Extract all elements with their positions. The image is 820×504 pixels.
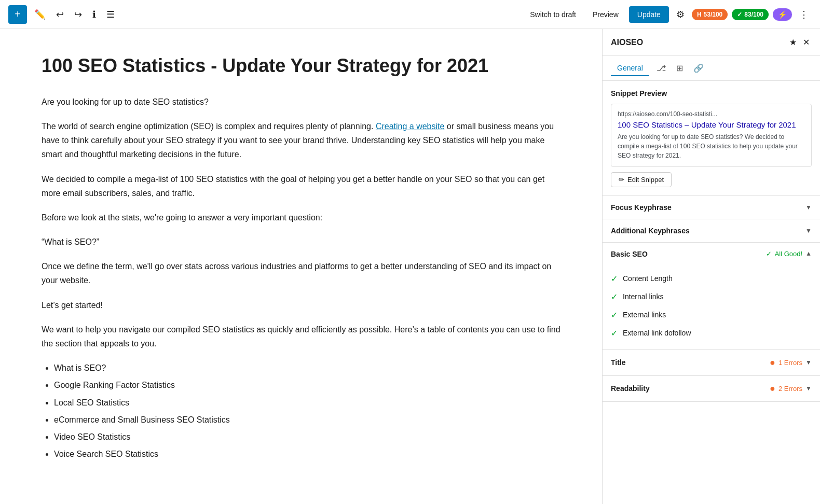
plus-icon: +: [15, 8, 21, 20]
share-icon: ⎇: [657, 63, 666, 73]
chevron-down-icon: ▼: [805, 227, 812, 234]
focus-keyphrase-toggle[interactable]: Focus Keyphrase ▼: [603, 196, 820, 219]
snippet-preview-section: Snippet Preview https://aioseo.com/100-s…: [603, 81, 820, 196]
basic-seo-toggle[interactable]: Basic SEO ✓ All Good! ▼: [603, 243, 820, 265]
seo-item-label: Content Length: [623, 274, 673, 283]
basic-seo-status-group: ✓ All Good! ▼: [766, 250, 812, 258]
readability-score-badge[interactable]: ✓ 83/100: [732, 9, 769, 20]
paragraph-3: We decided to compile a mega-list of 100…: [42, 172, 561, 200]
score-h-letter: H: [697, 11, 702, 18]
list-item: Local SEO Statistics: [54, 396, 561, 410]
info-icon: ℹ: [92, 9, 96, 20]
more-options-button[interactable]: ⋮: [796, 6, 812, 23]
pencil-small-icon: ✏: [619, 176, 624, 184]
check-icon: ✓: [611, 328, 618, 338]
table-of-contents-list: What is SEO? Google Ranking Factor Stati…: [54, 361, 561, 461]
chevron-up-icon: ▼: [805, 250, 812, 258]
main-layout: 100 SEO Statistics - Update Your Strateg…: [0, 29, 820, 504]
checkmark-icon: ✓: [737, 11, 742, 18]
list-icon: ☰: [106, 9, 115, 20]
list-item: Google Ranking Factor Statistics: [54, 378, 561, 392]
basic-seo-items: ✓ Content Length ✓ Internal links ✓ Exte…: [603, 265, 820, 349]
list-item: Voice Search SEO Statistics: [54, 447, 561, 461]
seo-score-badge[interactable]: H 53/100: [692, 9, 728, 20]
toolbar: + ✏️ ↩ ↪ ℹ ☰ Switch to draft Preview Upd…: [0, 0, 820, 29]
update-button[interactable]: Update: [629, 6, 669, 23]
close-icon: ✕: [803, 37, 810, 47]
info-button[interactable]: ℹ: [89, 6, 99, 23]
title-toggle[interactable]: Title ● 1 Errors ▼: [603, 350, 820, 375]
creating-website-link[interactable]: Creating a website: [376, 122, 445, 131]
snippet-description: Are you looking for up to date SEO stati…: [618, 132, 805, 160]
seo-item: ✓ External links: [611, 306, 812, 324]
seo-item-label: External link dofollow: [623, 329, 691, 337]
title-section: Title ● 1 Errors ▼: [603, 350, 820, 376]
post-body: Are you looking for up to date SEO stati…: [42, 95, 561, 461]
readability-section: Readability ● 2 Errors ▼: [603, 376, 820, 402]
basic-seo-status: All Good!: [775, 250, 802, 258]
redo-button[interactable]: ↪: [71, 6, 85, 23]
sidebar-header-actions: ★ ✕: [787, 35, 812, 49]
additional-keyphrases-label: Additional Keyphrases: [611, 227, 690, 235]
toolbar-left: + ✏️ ↩ ↪ ℹ ☰: [8, 5, 118, 24]
list-item: eCommerce and Small Business SEO Statist…: [54, 413, 561, 427]
list-view-button[interactable]: ☰: [103, 6, 118, 23]
snippet-url: https://aioseo.com/100-seo-statisti...: [618, 110, 805, 118]
redo-icon: ↪: [74, 9, 82, 20]
paragraph-5: “What is SEO?”: [42, 235, 561, 249]
paragraph-2: The world of search engine optimization …: [42, 119, 561, 162]
ellipsis-icon: ⋮: [799, 9, 809, 20]
readability-status: 2 Errors: [778, 385, 802, 393]
list-item: Video SEO Statistics: [54, 430, 561, 444]
tab-link[interactable]: 🔗: [690, 60, 707, 76]
preview-button[interactable]: Preview: [586, 7, 625, 22]
chevron-down-icon: ▼: [805, 204, 812, 211]
basic-seo-section: Basic SEO ✓ All Good! ▼ ✓ Content Length…: [603, 243, 820, 350]
close-sidebar-button[interactable]: ✕: [801, 35, 812, 49]
check-icon: ✓: [611, 292, 618, 302]
snippet-headline[interactable]: 100 SEO Statistics – Update Your Strateg…: [618, 120, 805, 130]
seo-item: ✓ Internal links: [611, 288, 812, 306]
post-title[interactable]: 100 SEO Statistics - Update Your Strateg…: [42, 54, 561, 78]
add-block-button[interactable]: +: [8, 5, 27, 24]
dot-orange-icon: ●: [770, 383, 775, 394]
paragraph-6: Once we define the term, we'll go over s…: [42, 259, 561, 287]
check-icon: ✓: [611, 274, 618, 284]
tab-share[interactable]: ⎇: [653, 60, 669, 76]
seo-item-label: Internal links: [623, 292, 664, 301]
star-button[interactable]: ★: [787, 35, 799, 49]
focus-keyphrase-label: Focus Keyphrase: [611, 203, 672, 212]
readability-label: Readability: [611, 384, 650, 393]
paragraph-8: We want to help you navigate our compile…: [42, 323, 561, 351]
check-circle-icon: ✓: [766, 250, 772, 258]
paragraph-4: Before we look at the stats, we're going…: [42, 211, 561, 225]
edit-snippet-button[interactable]: ✏ Edit Snippet: [611, 172, 672, 187]
undo-button[interactable]: ↩: [53, 6, 67, 23]
basic-seo-label: Basic SEO: [611, 250, 648, 258]
paragraph-1: Are you looking for up to date SEO stati…: [42, 95, 561, 109]
switch-to-draft-button[interactable]: Switch to draft: [524, 7, 582, 22]
check-icon: ✓: [611, 310, 618, 320]
sidebar-header: AIOSEO ★ ✕: [603, 29, 820, 56]
score-h-value: 53/100: [704, 11, 723, 18]
seo-item: ✓ External link dofollow: [611, 324, 812, 342]
bolt-badge[interactable]: ⚡: [773, 8, 792, 21]
sidebar-nav: General ⎇ ⊞ 🔗: [603, 56, 820, 81]
snippet-preview-title: Snippet Preview: [611, 89, 812, 97]
link-icon: 🔗: [693, 63, 704, 73]
sidebar-title: AIOSEO: [611, 38, 643, 47]
edit-icon-btn[interactable]: ✏️: [31, 6, 49, 23]
title-status-group: ● 1 Errors ▼: [770, 357, 812, 368]
toolbar-right: Switch to draft Preview Update ⚙ H 53/10…: [524, 6, 812, 23]
gear-icon: ⚙: [676, 9, 685, 20]
title-section-label: Title: [611, 358, 626, 367]
readability-toggle[interactable]: Readability ● 2 Errors ▼: [603, 376, 820, 401]
title-status: 1 Errors: [778, 359, 802, 367]
seo-item-label: External links: [623, 311, 666, 319]
tab-schema[interactable]: ⊞: [673, 60, 686, 76]
snippet-box: https://aioseo.com/100-seo-statisti... 1…: [611, 104, 812, 167]
settings-button[interactable]: ⚙: [673, 6, 688, 23]
chevron-down-icon: ▼: [805, 385, 812, 392]
tab-general[interactable]: General: [611, 61, 649, 76]
additional-keyphrases-toggle[interactable]: Additional Keyphrases ▼: [603, 219, 820, 242]
